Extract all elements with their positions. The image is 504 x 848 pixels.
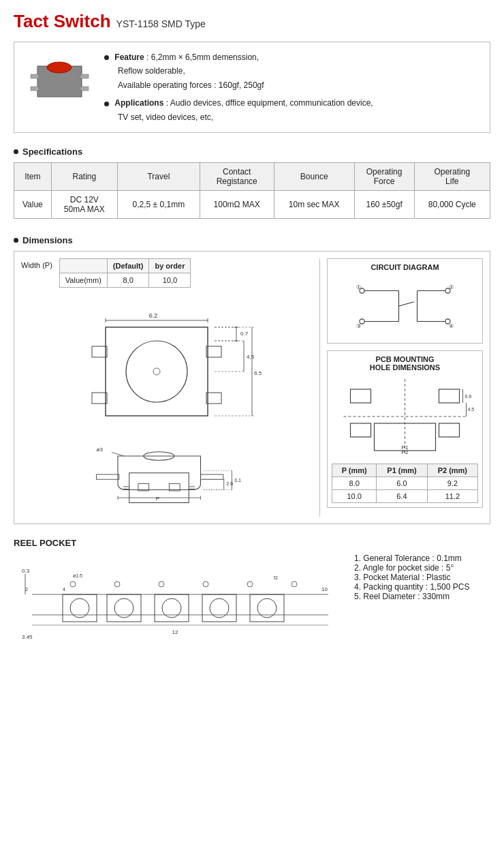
svg-text:10: 10	[321, 586, 328, 592]
pcb-col-p: P (mm)	[332, 464, 377, 476]
reel-notes: 1. General Tolerance : 0.1mm 2. Angle fo…	[354, 554, 490, 601]
svg-point-103	[247, 581, 253, 587]
svg-rect-78	[439, 423, 460, 437]
circuit-diagram: CIRCUIT DIAGRAM ① ② ③ ④	[327, 258, 483, 344]
col-travel: Travel	[118, 162, 200, 190]
svg-point-101	[159, 581, 164, 587]
circuit-svg: ① ② ③ ④	[332, 275, 478, 337]
feature-box: Feature : 6,2mm × 6,5mm demenssion, Refl…	[14, 42, 490, 133]
reel-note-3: 3. Pocket Material : Plastic	[354, 573, 490, 582]
row-label: Value	[14, 190, 52, 218]
svg-text:2.6: 2.6	[226, 481, 233, 487]
svg-point-99	[70, 581, 76, 587]
col-oplife: OperatingLife	[414, 162, 490, 190]
reel-note-4: 4. Packing quantity : 1,500 PCS	[354, 582, 490, 592]
svg-text:6.5: 6.5	[254, 370, 262, 376]
pcb-row-2: 10.0 6.4 11.2	[332, 489, 478, 502]
feature-label: Feature	[114, 52, 144, 62]
svg-rect-16	[206, 393, 221, 404]
pcb-svg: P2 P1 0.9 4.5	[332, 376, 478, 457]
wt-val-default: 8,0	[107, 273, 149, 287]
svg-text:④: ④	[449, 322, 454, 329]
feature-text1: 6,2mm × 6,5mm demenssion,	[151, 52, 259, 62]
svg-rect-2	[31, 74, 39, 78]
pcb-p1-1: 6.0	[377, 476, 427, 489]
reel-drawing: 0.3	[14, 554, 343, 644]
svg-rect-75	[439, 389, 460, 403]
specs-bullet	[14, 149, 18, 154]
pcb-table: P (mm) P1 (mm) P2 (mm) 8.0 6.0 9.2 10.0 …	[332, 464, 478, 503]
reel-header: REEL POCKET	[14, 538, 490, 548]
pcb-p1-2: 6.4	[377, 489, 427, 502]
reel-section: REEL POCKET 0.3	[14, 538, 490, 644]
width-table: (Default) by order Value(mm) 8,0 10,0	[59, 258, 191, 288]
col-opforce: OperatingForce	[354, 162, 414, 190]
reel-notes-list: 1. General Tolerance : 0.1mm 2. Angle fo…	[354, 554, 490, 601]
svg-rect-4	[80, 74, 89, 78]
svg-text:0.9: 0.9	[465, 394, 472, 399]
wt-valuemm: Value(mm)	[59, 273, 107, 287]
circuit-title: CIRCUIT DIAGRAM	[332, 263, 478, 271]
svg-text:③: ③	[356, 322, 361, 329]
svg-text:3.45: 3.45	[22, 634, 33, 640]
svg-rect-13	[92, 346, 107, 357]
svg-text:4: 4	[63, 587, 65, 592]
spec-rating: DC 12V50mA MAX	[51, 190, 117, 218]
pcb-p-2: 10.0	[332, 489, 377, 502]
dims-right-panel: CIRCUIT DIAGRAM ① ② ③ ④	[319, 258, 483, 517]
svg-text:①: ①	[356, 284, 361, 290]
pcb-title: PCB MOUNTINGHOLE DIMENSIONS	[332, 355, 478, 372]
svg-point-104	[292, 581, 297, 587]
svg-rect-49	[138, 483, 149, 491]
dims-title: Dimensions	[22, 235, 73, 245]
reel-note-5: 5. Reel Diameter : 330mm	[354, 592, 490, 601]
pcb-col-p1: P1 (mm)	[377, 464, 427, 476]
specifications-table: Item Rating Travel ContactRegistance Bou…	[14, 162, 490, 219]
pcb-p2-1: 9.2	[427, 476, 477, 489]
svg-point-12	[153, 368, 160, 375]
wt-default: (Default)	[107, 258, 149, 273]
spec-opforce: 160 ±50gf	[354, 190, 414, 218]
wt-empty	[59, 258, 107, 273]
svg-text:f2: f2	[274, 575, 278, 580]
svg-point-11	[126, 341, 187, 402]
col-rating: Rating	[51, 162, 117, 190]
svg-text:0.7: 0.7	[240, 331, 249, 337]
svg-rect-77	[351, 423, 371, 437]
spec-travel: 0,2,5 ± 0,1mm	[118, 190, 200, 218]
wt-byorder: by order	[149, 258, 191, 273]
spec-contact: 100mΩ MAX	[200, 190, 274, 218]
svg-text:P1: P1	[402, 444, 409, 451]
specs-title: Specifications	[22, 147, 82, 157]
svg-text:ø3: ø3	[97, 446, 104, 453]
front-view-drawing	[123, 467, 195, 515]
applications-text2: TV set, video devices, etc,	[104, 110, 373, 124]
dims-bullet	[14, 238, 18, 243]
svg-text:4.5: 4.5	[247, 354, 255, 360]
svg-point-1	[47, 62, 72, 73]
svg-point-102	[203, 581, 208, 587]
col-item: Item	[14, 162, 52, 190]
svg-rect-74	[351, 389, 371, 403]
svg-rect-50	[169, 483, 180, 491]
svg-text:ø1.5: ø1.5	[73, 573, 82, 578]
svg-text:0.3: 0.3	[22, 568, 30, 574]
svg-point-100	[114, 581, 120, 587]
svg-line-67	[399, 302, 415, 306]
reel-note-1: 1. General Tolerance : 0.1mm	[354, 554, 490, 563]
switch-image	[25, 50, 93, 105]
svg-rect-5	[80, 87, 89, 91]
svg-rect-3	[31, 87, 39, 91]
reel-svg: 0.3	[14, 554, 343, 642]
wt-val-byorder: 10,0	[149, 273, 191, 287]
col-contact: ContactRegistance	[200, 162, 274, 190]
dims-drawings: Width (P) (Default) by order Value(mm) 8…	[21, 258, 313, 517]
svg-text:②: ②	[449, 284, 454, 290]
pcb-col-p2: P2 (mm)	[427, 464, 477, 476]
spec-bounce: 10m sec MAX	[274, 190, 354, 218]
feature-line2: Reflow solderable,	[104, 64, 373, 78]
svg-line-32	[112, 453, 124, 456]
feature-text: Feature : 6,2mm × 6,5mm demenssion, Refl…	[104, 50, 373, 124]
svg-text:6.2: 6.2	[149, 312, 158, 319]
svg-rect-34	[97, 474, 119, 479]
